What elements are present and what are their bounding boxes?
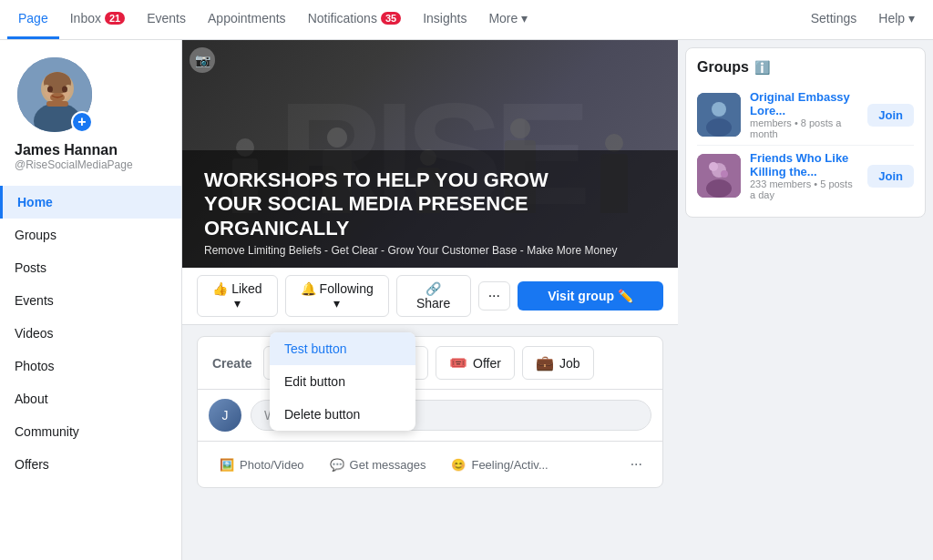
profile-handle: @RiseSocialMediaPage [15, 158, 167, 171]
group-meta-2: 233 members • 5 posts a day [750, 178, 858, 200]
top-navigation: Page Inbox 21 Events Appointments Notifi… [0, 0, 933, 40]
dropdown-menu: Test button Edit button Delete button [270, 332, 415, 431]
cover-photo: RISE [182, 40, 678, 268]
get-messages-button[interactable]: 💬 Get messages [319, 451, 437, 479]
left-sidebar: + James Hannan @RiseSocialMediaPage Home… [0, 40, 182, 560]
nav-item-appointments[interactable]: Appointments [197, 0, 297, 39]
group-name-1[interactable]: Original Embassy Lore... [750, 90, 858, 117]
post-more-button[interactable]: ··· [621, 449, 651, 480]
create-section: Create 🎥 Live 📅 Event 🎟️ Offer 💼 [197, 336, 663, 488]
group-meta-1: members • 8 posts a month [750, 117, 858, 139]
main-layout: + James Hannan @RiseSocialMediaPage Home… [0, 40, 933, 560]
message-icon: 💬 [330, 458, 344, 472]
svg-point-7 [47, 87, 53, 93]
group-name-2[interactable]: Friends Who Like Killing the... [750, 151, 858, 178]
profile-section: + James Hannan @RiseSocialMediaPage [0, 40, 181, 186]
feeling-button[interactable]: 😊 Feeling/Activ... [440, 451, 559, 479]
post-input-row: J Write a post... [198, 390, 662, 441]
svg-point-16 [706, 179, 732, 198]
create-tools-bar: Create 🎥 Live 📅 Event 🎟️ Offer 💼 [198, 337, 662, 390]
groups-section: Groups ℹ️ Original Embassy Lore... membe… [685, 47, 926, 218]
share-button[interactable]: 🔗 Share [396, 275, 471, 317]
more-options-button[interactable]: ··· [478, 281, 510, 311]
dropdown-item-test[interactable]: Test button [270, 332, 415, 365]
notifications-badge: 35 [381, 12, 401, 25]
sidebar-item-offers[interactable]: Offers [0, 448, 181, 481]
group-info-2: Friends Who Like Killing the... 233 memb… [750, 151, 858, 200]
nav-item-page[interactable]: Page [7, 0, 59, 39]
profile-name: James Hannan [15, 142, 167, 158]
svg-point-12 [712, 102, 726, 117]
post-avatar: J [209, 399, 241, 432]
sidebar-item-videos[interactable]: Videos [0, 317, 181, 350]
nav-item-more[interactable]: More ▾ [477, 0, 538, 39]
offer-button[interactable]: 🎟️ Offer [436, 346, 515, 380]
sidebar-item-home[interactable]: Home [0, 186, 181, 219]
job-icon: 💼 [536, 354, 554, 372]
sidebar-item-events[interactable]: Events [0, 284, 181, 317]
feeling-icon: 😊 [451, 458, 466, 472]
groups-header: Groups ℹ️ [697, 59, 914, 76]
nav-settings[interactable]: Settings [800, 11, 868, 28]
add-photo-button[interactable]: + [71, 111, 93, 133]
join-button-1[interactable]: Join [867, 104, 914, 127]
following-button[interactable]: 🔔 Following ▾ [285, 275, 389, 317]
visit-group-button[interactable]: Visit group ✏️ [518, 281, 663, 311]
top-nav-right: Settings Help ▾ [800, 0, 926, 39]
svg-rect-10 [46, 101, 68, 107]
cover-subtitle: Remove Limiting Beliefs - Get Clear - Gr… [204, 244, 656, 257]
photo-video-button[interactable]: 🖼️ Photo/Video [209, 451, 315, 479]
group-item-2: Friends Who Like Killing the... 233 memb… [697, 146, 914, 206]
group-image-1 [697, 93, 741, 137]
action-bar: 👍 Liked ▾ 🔔 Following ▾ 🔗 Share ··· Visi… [182, 268, 678, 325]
sidebar-item-posts[interactable]: Posts [0, 251, 181, 284]
groups-info-icon: ℹ️ [754, 60, 770, 75]
main-content: RISE [182, 40, 678, 560]
group-icon-1 [697, 93, 741, 137]
join-button-2[interactable]: Join [867, 165, 914, 188]
avatar-wrapper: + [15, 55, 95, 135]
svg-point-13 [706, 118, 732, 137]
inbox-badge: 21 [105, 12, 125, 25]
group-item-1: Original Embassy Lore... members • 8 pos… [697, 85, 914, 146]
svg-point-8 [62, 87, 67, 93]
photo-icon: 🖼️ [220, 458, 234, 472]
svg-point-18 [721, 170, 728, 178]
post-actions-row: 🖼️ Photo/Video 💬 Get messages 😊 Feeling/… [198, 441, 662, 487]
nav-help[interactable]: Help ▾ [867, 11, 926, 28]
nav-item-inbox[interactable]: Inbox 21 [59, 0, 137, 39]
group-icon-2 [697, 154, 741, 198]
cover-title: WORKSHOPS TO HELP YOU GROWYOUR SOCIAL ME… [204, 168, 656, 240]
sidebar-item-groups[interactable]: Groups [0, 219, 181, 251]
liked-button[interactable]: 👍 Liked ▾ [197, 275, 278, 317]
offer-icon: 🎟️ [449, 354, 467, 372]
svg-point-17 [709, 162, 718, 171]
sidebar-item-about[interactable]: About [0, 382, 181, 415]
group-image-2 [697, 154, 741, 198]
dropdown-item-edit[interactable]: Edit button [270, 365, 415, 398]
create-label: Create [209, 356, 256, 371]
dropdown-item-delete[interactable]: Delete button [270, 398, 415, 431]
right-sidebar: Groups ℹ️ Original Embassy Lore... membe… [678, 40, 933, 560]
camera-icon[interactable]: 📷 [190, 47, 215, 73]
group-info-1: Original Embassy Lore... members • 8 pos… [750, 90, 858, 139]
job-button[interactable]: 💼 Job [522, 346, 594, 380]
sidebar-item-photos[interactable]: Photos [0, 350, 181, 382]
sidebar-item-community[interactable]: Community [0, 415, 181, 448]
nav-item-notifications[interactable]: Notifications 35 [297, 0, 413, 39]
nav-item-insights[interactable]: Insights [412, 0, 477, 39]
cover-overlay: WORKSHOPS TO HELP YOU GROWYOUR SOCIAL ME… [182, 150, 678, 268]
content-area: Create 🎥 Live 📅 Event 🎟️ Offer 💼 [182, 325, 678, 499]
nav-item-events[interactable]: Events [136, 0, 197, 39]
